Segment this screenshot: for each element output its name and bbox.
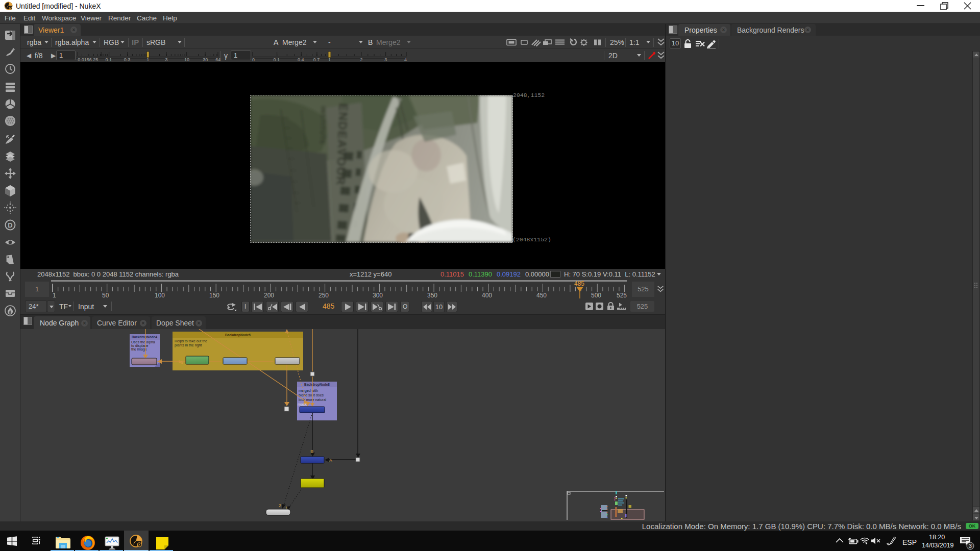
- svg-text:0.7: 0.7: [313, 57, 320, 62]
- svg-text:B: B: [310, 449, 313, 454]
- svg-text:the image: the image: [131, 347, 147, 352]
- svg-text:BackdropNode8: BackdropNode8: [304, 383, 330, 387]
- svg-text:mask: mask: [298, 402, 307, 407]
- svg-text:0: 0: [252, 57, 255, 62]
- svg-text:400: 400: [482, 292, 492, 298]
- svg-text:BackdropNode5: BackdropNode5: [225, 333, 251, 337]
- svg-text:250: 250: [318, 292, 329, 298]
- svg-text:0.0156.25: 0.0156.25: [78, 57, 98, 62]
- svg-text:30: 30: [203, 57, 208, 62]
- svg-text:485: 485: [574, 281, 584, 287]
- svg-text:4: 4: [404, 57, 407, 62]
- svg-text:100: 100: [155, 292, 165, 298]
- svg-text:plants in the right: plants in the right: [175, 343, 202, 347]
- svg-text:500: 500: [591, 292, 601, 298]
- svg-text:3: 3: [969, 543, 972, 549]
- svg-text:2: 2: [279, 503, 281, 508]
- svg-text:525: 525: [617, 292, 627, 298]
- svg-text:10: 10: [184, 57, 189, 62]
- svg-text:1: 1: [146, 57, 149, 62]
- svg-text:200: 200: [264, 292, 274, 298]
- svg-text:0.3: 0.3: [124, 57, 131, 62]
- svg-text:D: D: [8, 221, 12, 229]
- svg-text:50: 50: [102, 292, 109, 298]
- svg-text:2: 2: [360, 57, 362, 62]
- svg-text:INSTITUTE: INSTITUTE: [319, 106, 327, 145]
- svg-text:150: 150: [209, 292, 219, 298]
- svg-text:3: 3: [165, 57, 168, 62]
- svg-text:450: 450: [536, 292, 547, 298]
- svg-text:3: 3: [384, 57, 387, 62]
- svg-text:BackdropNode4: BackdropNode4: [132, 335, 157, 339]
- svg-text:Helps to take out the: Helps to take out the: [175, 339, 207, 343]
- svg-text:0.1: 0.1: [105, 57, 112, 62]
- svg-text:blend so it does: blend so it does: [299, 393, 324, 397]
- svg-text:300: 300: [373, 292, 383, 298]
- svg-text:0.1: 0.1: [273, 57, 280, 62]
- svg-text:A: A: [329, 458, 332, 463]
- svg-text:1: 1: [328, 57, 331, 62]
- svg-text:merged with: merged with: [299, 389, 318, 393]
- svg-text:1: 1: [53, 292, 56, 298]
- svg-text:64: 64: [215, 57, 220, 62]
- svg-text:350: 350: [427, 292, 437, 298]
- svg-text:bg: bg: [179, 359, 183, 364]
- svg-text:0.4: 0.4: [298, 57, 304, 62]
